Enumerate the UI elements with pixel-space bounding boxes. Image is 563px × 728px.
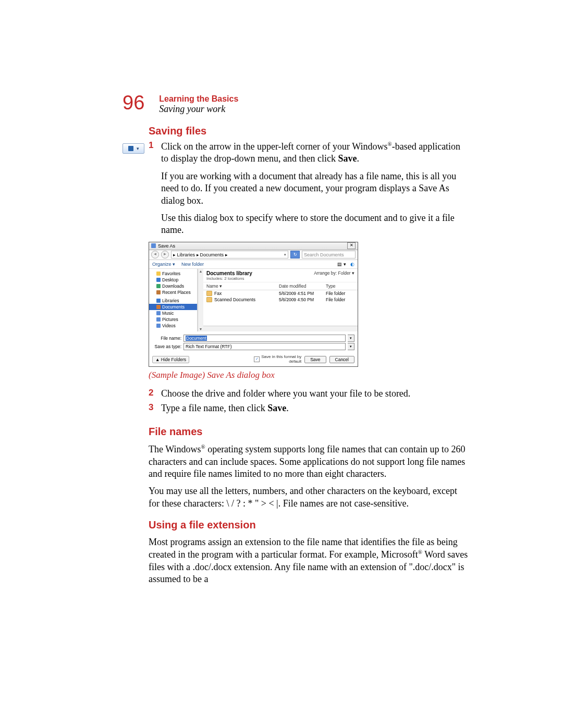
sidebar-videos[interactable]: Videos <box>149 323 197 329</box>
save-button[interactable]: Save <box>304 356 326 363</box>
step-3-part-a: Type a file name, then click <box>161 403 267 413</box>
dialog-app-icon <box>151 243 156 248</box>
dialog-title: Save As <box>158 243 175 249</box>
refresh-button[interactable]: ↻ <box>290 251 300 258</box>
content: Saving files 1 Click on the arrow in the… <box>149 125 469 586</box>
col-date[interactable]: Date modified <box>279 283 326 289</box>
file-name-value: Document <box>186 336 207 341</box>
sidebar-label: Pictures <box>162 317 178 322</box>
registered-mark: ® <box>201 443 205 450</box>
sidebar-downloads[interactable]: Downloads <box>149 283 197 289</box>
search-placeholder: Search Documents <box>304 252 344 257</box>
sidebar-label: Documents <box>162 304 185 310</box>
view-mode-icon[interactable]: ▤ ▾ <box>337 262 346 267</box>
desktop-icon <box>156 278 161 282</box>
col-type[interactable]: Type <box>326 283 354 289</box>
path-seg-documents: Documents ▸ <box>200 252 228 257</box>
sidebar-label: Libraries <box>162 298 179 303</box>
sidebar-label: Music <box>162 311 174 316</box>
dialog-body: Favorites Desktop Downloads Recent Place… <box>149 269 358 331</box>
step-2: 2 Choose the drive and folder where you … <box>149 388 469 400</box>
hide-folders-button[interactable]: ▲ Hide Folders <box>152 356 189 363</box>
sidebar-places: Favorites Desktop Downloads Recent Place… <box>149 269 198 331</box>
header-text: Learning the Basics Saving your work <box>159 93 238 115</box>
path-dropdown-icon[interactable]: ▾ <box>284 253 286 257</box>
step-number-1: 1 <box>149 140 161 165</box>
arrange-by[interactable]: Arrange by: Folder ▾ <box>314 270 354 276</box>
music-icon <box>156 311 161 315</box>
scroll-up-icon[interactable]: ▲ <box>199 269 203 273</box>
new-folder-button[interactable]: New folder <box>181 262 204 267</box>
cancel-button[interactable]: Cancel <box>329 356 354 363</box>
save-type-select[interactable]: Rich Text Format (RTF) <box>183 343 346 350</box>
pictures-icon <box>156 317 161 322</box>
chapter-title: Learning the Basics <box>159 94 238 104</box>
star-icon <box>156 272 161 276</box>
sidebar-label: Videos <box>162 323 176 328</box>
sidebar-favorites[interactable]: Favorites <box>149 270 197 277</box>
file-names-para-1: The Windows® operating system supports l… <box>149 443 469 480</box>
breadcrumb-path[interactable]: ▸ Libraries ▸ Documents ▸ ▾ <box>171 251 288 258</box>
col-name[interactable]: Name ▾ <box>206 283 279 289</box>
help-icon[interactable]: ◐ <box>350 262 354 267</box>
step-number-2: 2 <box>149 388 161 400</box>
sidebar-scrollbar[interactable]: ▲ ▼ <box>198 269 203 331</box>
dialog-title-bar: Save As ✕ <box>149 242 358 250</box>
recent-icon <box>156 290 161 294</box>
file-row[interactable]: Fax 5/6/2009 4:51 PM File folder <box>203 290 358 297</box>
sidebar-computer[interactable]: Computer <box>149 331 197 331</box>
step-1: 1 Click on the arrow in the upper-left c… <box>149 140 469 165</box>
arrange-label: Arrange by: <box>314 270 337 276</box>
checkbox-icon: ✓ <box>254 356 260 362</box>
registered-mark: ® <box>387 141 391 147</box>
file-name-dropdown[interactable]: ▾ <box>348 335 354 342</box>
sidebar-pictures[interactable]: Pictures <box>149 316 197 323</box>
close-button[interactable]: ✕ <box>347 242 356 249</box>
library-title: Documents library <box>206 270 252 276</box>
row-date: 5/6/2009 4:50 PM <box>279 297 326 302</box>
downloads-icon <box>156 284 161 288</box>
nav-back-button[interactable]: ◄ <box>151 251 159 258</box>
sidebar-label: Recent Places <box>162 290 191 295</box>
scroll-down-icon[interactable]: ▼ <box>199 327 203 331</box>
chevron-up-icon: ▲ <box>155 357 161 362</box>
step-1-part-a: Click on the arrow in the upper-left cor… <box>161 141 387 152</box>
save-type-label: Save as type: <box>152 344 181 349</box>
search-input[interactable]: Search Documents <box>302 251 356 258</box>
sidebar-libraries[interactable]: Libraries <box>149 298 197 304</box>
default-format-checkbox[interactable]: ✓ Save in this format by default <box>254 355 301 364</box>
section-title: Saving your work <box>159 104 238 115</box>
row-name: Scanned Documents <box>214 297 279 302</box>
registered-mark: ® <box>418 549 422 555</box>
libraries-icon <box>156 299 161 303</box>
folder-icon <box>206 297 212 302</box>
file-listing-pane: Documents library Includes: 2 locations … <box>203 269 358 331</box>
step-1-text: Click on the arrow in the upper-left cor… <box>161 140 469 165</box>
arrange-value: Folder ▾ <box>338 270 354 276</box>
sidebar-recent[interactable]: Recent Places <box>149 289 197 295</box>
file-names-para-2: You may use all the letters, numbers, an… <box>149 485 469 510</box>
nav-forward-button[interactable]: ► <box>161 251 169 258</box>
sidebar-documents[interactable]: Documents <box>149 304 197 310</box>
save-type-value: Rich Text Format (RTF) <box>186 344 231 349</box>
dialog-bottom-bar: ▲ Hide Folders ✓ Save in this format by … <box>149 353 358 367</box>
sidebar-desktop[interactable]: Desktop <box>149 277 197 283</box>
dialog-fields: File name: Document ▾ Save as type: Rich… <box>149 331 358 353</box>
sidebar-music[interactable]: Music <box>149 310 197 316</box>
horizontal-scrollbar[interactable] <box>203 326 358 331</box>
library-subtitle: Includes: 2 locations <box>206 276 252 281</box>
document-page: 96 Learning the Basics Saving your work … <box>0 0 563 643</box>
row-type: File folder <box>326 297 354 302</box>
organize-menu[interactable]: Organize ▾ <box>152 262 175 267</box>
file-row[interactable]: Scanned Documents 5/6/2009 4:50 PM File … <box>203 297 358 303</box>
row-date: 5/6/2009 4:51 PM <box>279 291 326 296</box>
sidebar-label: Favorites <box>162 271 180 276</box>
page-header: 96 Learning the Basics Saving your work <box>123 93 238 115</box>
file-rows: Fax 5/6/2009 4:51 PM File folder Scanned… <box>203 290 358 326</box>
step-3: 3 Type a file name, then click Save. <box>149 402 469 414</box>
paragraph-use-dialog: Use this dialog box to specify where to … <box>161 212 469 237</box>
step-3-text: Type a file name, then click Save. <box>161 402 289 414</box>
save-type-dropdown[interactable]: ▾ <box>348 343 354 350</box>
file-name-input[interactable]: Document <box>183 335 346 342</box>
page-number: 96 <box>123 93 144 113</box>
